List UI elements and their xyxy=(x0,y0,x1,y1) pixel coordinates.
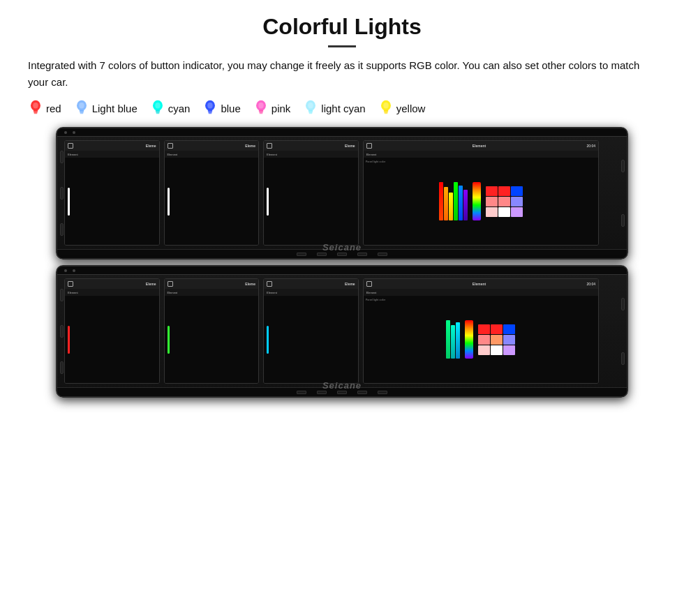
side-btn xyxy=(621,160,625,172)
home-icon xyxy=(267,281,272,287)
main-screen-2: Element 20:04 Element Panel light color xyxy=(363,278,599,384)
panel-label-2: Panel light color xyxy=(366,298,385,301)
status-dot xyxy=(73,131,75,134)
screen-subtitle: Element xyxy=(267,153,277,156)
svg-rect-28 xyxy=(309,113,313,114)
screens-area-1: Eleme Element Eleme Ele xyxy=(57,137,627,249)
mini-screen-led1: Eleme Element xyxy=(64,278,160,384)
status-dot xyxy=(64,269,67,272)
color-indicator-red: red xyxy=(28,99,61,117)
bar-purple xyxy=(463,190,468,220)
svg-point-4 xyxy=(33,103,38,108)
page-description: Integrated with 7 colors of button indic… xyxy=(28,57,656,91)
mini-content xyxy=(264,158,358,245)
bulb-icon xyxy=(74,99,89,117)
grid-cell xyxy=(491,324,503,334)
page-container: Colorful Lights Integrated with 7 colors… xyxy=(0,0,684,410)
color-indicator-row: red Light blue cyan blue pink xyxy=(28,99,656,117)
device-bottom-strip-2 xyxy=(57,387,627,396)
grid-cell xyxy=(511,186,523,196)
title-divider xyxy=(328,45,356,47)
svg-point-9 xyxy=(79,103,84,108)
device-row-2: Eleme Element Eleme Ele xyxy=(56,265,628,398)
grid-cell xyxy=(503,335,515,345)
port xyxy=(297,391,306,394)
mini-screen-2: Eleme Element xyxy=(164,140,260,246)
svg-rect-22 xyxy=(259,112,263,113)
color-indicator-light-cyan: light cyan xyxy=(303,99,365,117)
color-label: Light blue xyxy=(92,103,137,114)
screen-time: 20:04 xyxy=(586,282,595,286)
home-icon xyxy=(168,281,173,287)
svg-rect-8 xyxy=(80,113,83,114)
screen-title: Element xyxy=(473,282,486,286)
grid-cell xyxy=(486,186,498,196)
grid-cell xyxy=(478,345,490,355)
led-indicator xyxy=(68,188,70,216)
main-subtopbar: Element xyxy=(364,151,598,158)
screens-area-2: Eleme Element Eleme Ele xyxy=(57,275,627,387)
led-green xyxy=(168,326,170,354)
bar-blue xyxy=(459,186,463,220)
mini-subtopbar: Element xyxy=(65,151,159,158)
mini-subtopbar: Element xyxy=(264,151,358,158)
main-subtopbar-2: Element xyxy=(364,289,598,296)
screen-title: Eleme xyxy=(245,144,255,148)
mini-content xyxy=(165,296,259,383)
port xyxy=(357,253,367,256)
color-indicator-blue: blue xyxy=(202,99,240,117)
grid-cell xyxy=(491,335,503,345)
status-dot xyxy=(64,131,67,134)
svg-rect-23 xyxy=(259,113,262,114)
color-label: yellow xyxy=(396,103,426,114)
led-red xyxy=(68,326,70,354)
mini-topbar: Eleme xyxy=(165,141,259,151)
home-icon xyxy=(68,281,73,287)
side-btn xyxy=(60,151,64,163)
bulb-icon xyxy=(303,99,318,117)
port xyxy=(337,391,347,394)
color-label: red xyxy=(46,103,61,114)
mini-content xyxy=(65,158,159,245)
status-dot xyxy=(73,269,75,272)
port xyxy=(317,253,327,256)
side-btn xyxy=(60,361,64,374)
led-cyan xyxy=(267,326,269,354)
grid-cell xyxy=(503,345,515,355)
mini-topbar: Eleme xyxy=(65,279,159,289)
grid-cell xyxy=(478,335,490,345)
color-grid xyxy=(486,186,523,217)
main-topbar-2: Element 20:04 xyxy=(364,279,598,289)
screen-subtitle: Element xyxy=(68,291,78,294)
screen-subtitle: Element xyxy=(366,153,377,156)
bar-cyan xyxy=(456,322,460,359)
svg-point-34 xyxy=(383,103,388,108)
color-label: blue xyxy=(221,103,240,114)
bar-teal xyxy=(451,325,455,359)
svg-rect-33 xyxy=(384,113,387,114)
device-unit-2: Eleme Element Eleme Ele xyxy=(56,265,628,398)
device-top-strip-2 xyxy=(57,266,627,275)
svg-rect-7 xyxy=(80,112,84,113)
screen-subtitle: Element xyxy=(168,291,178,294)
color-label: light cyan xyxy=(321,103,365,114)
screen-title: Eleme xyxy=(245,282,255,286)
color-indicator-pink: pink xyxy=(253,99,291,117)
grid-cell xyxy=(486,207,498,217)
side-btn xyxy=(621,352,625,365)
color-indicator-light-blue: Light blue xyxy=(74,99,137,117)
led-indicator xyxy=(168,188,170,216)
main-content: Panel light color xyxy=(364,158,598,245)
bulb-icon xyxy=(378,99,394,117)
port xyxy=(317,391,327,394)
svg-rect-1 xyxy=(34,110,38,112)
main-screen-1: Element 20:04 Element Panel light color xyxy=(363,140,599,246)
bar-yellow xyxy=(449,193,453,220)
rainbow-bar-2 xyxy=(465,320,473,359)
led-indicator xyxy=(267,188,269,216)
screen-subtitle: Element xyxy=(366,291,377,294)
mini-content xyxy=(165,158,259,245)
bar-orange xyxy=(444,187,448,220)
port xyxy=(378,391,387,394)
svg-point-24 xyxy=(258,103,263,108)
